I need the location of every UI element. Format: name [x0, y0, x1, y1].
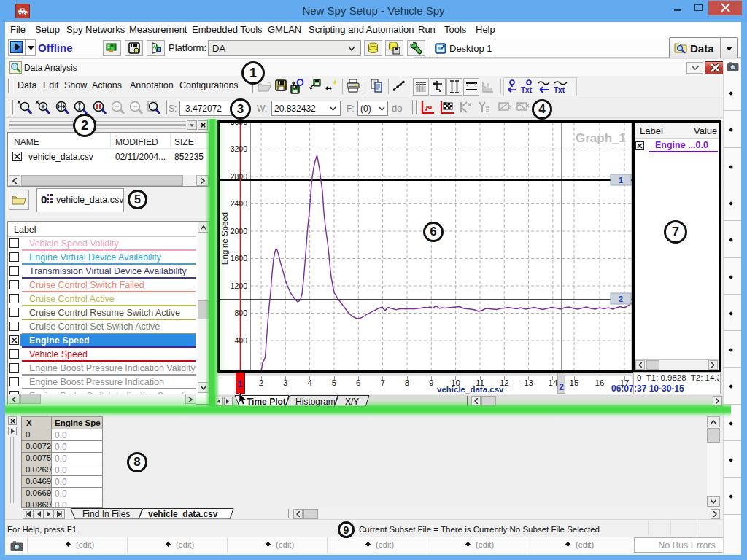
svg-text:Engine Speed: Engine Speed: [220, 212, 229, 265]
svg-text:vehicle_data.csv: vehicle_data.csv: [148, 509, 218, 519]
svg-text:1: 1: [619, 176, 623, 184]
svg-text:2: 2: [619, 295, 623, 303]
svg-text:2400: 2400: [231, 199, 248, 208]
svg-text:2000: 2000: [231, 227, 248, 236]
svg-text:Txt: Txt: [521, 86, 533, 94]
svg-text:Find In Files: Find In Files: [82, 509, 130, 519]
svg-text:Graph_1: Graph_1: [576, 131, 626, 145]
svg-text:1600: 1600: [231, 254, 248, 262]
svg-text:Txt: Txt: [554, 86, 565, 94]
svg-text:1200: 1200: [231, 281, 248, 290]
svg-text:3200: 3200: [231, 144, 248, 153]
svg-text:800: 800: [234, 308, 247, 317]
svg-text:400: 400: [234, 336, 247, 345]
svg-text:2800: 2800: [231, 172, 248, 181]
